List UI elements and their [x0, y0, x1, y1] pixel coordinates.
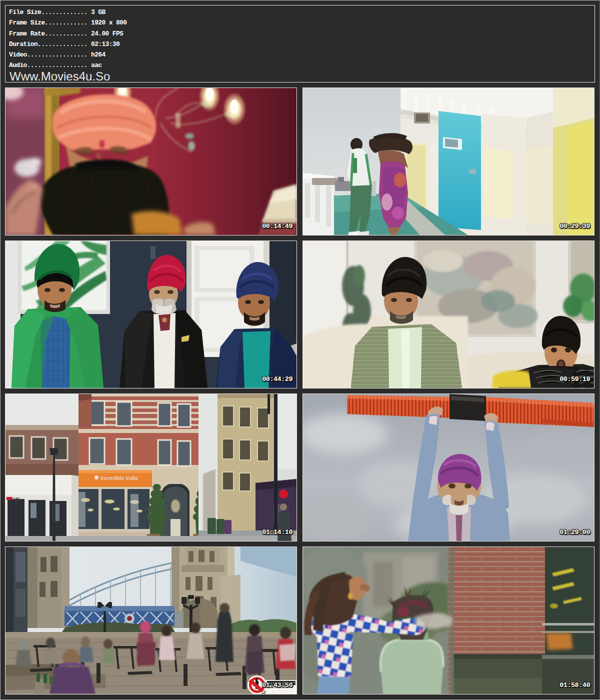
svg-text:UK: UK [14, 496, 20, 502]
svg-text:Incredible India: Incredible India [100, 475, 138, 481]
